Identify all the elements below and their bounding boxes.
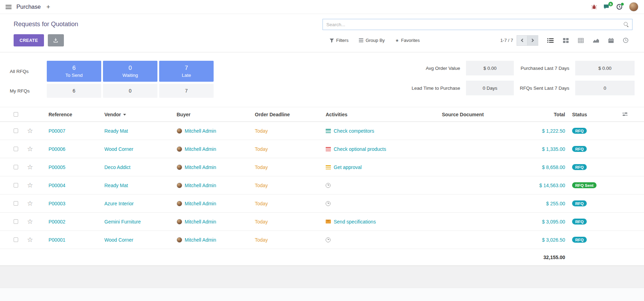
group-by-button[interactable]: Group By	[359, 38, 385, 43]
all-rfqs-label: All RFQs	[10, 69, 45, 74]
user-avatar[interactable]	[629, 2, 638, 12]
select-all-checkbox[interactable]	[14, 112, 18, 117]
favorite-star-icon[interactable]	[27, 199, 33, 207]
column-header-source-document[interactable]: Source Document	[441, 112, 495, 117]
table-row[interactable]: P00004 Ready Mat Mitchell Admin Today $ …	[0, 176, 644, 194]
optional-columns-button[interactable]	[617, 112, 644, 117]
my-rfqs-waiting[interactable]: 0	[103, 84, 157, 98]
row-checkbox[interactable]	[14, 183, 18, 188]
stat-value: 0	[575, 81, 635, 95]
reference-link[interactable]: P00003	[38, 201, 103, 206]
table-row[interactable]: P00007 Ready Mat Mitchell Admin Today Ch…	[0, 122, 644, 140]
pager-previous-button[interactable]	[517, 35, 527, 46]
column-header-total[interactable]: Total	[495, 112, 568, 117]
favorite-star-icon[interactable]	[27, 163, 33, 171]
buyer-link[interactable]: Mitchell Admin	[185, 237, 216, 243]
buyer-link[interactable]: Mitchell Admin	[185, 183, 216, 188]
favorite-star-icon[interactable]	[27, 181, 33, 189]
activity-cell[interactable]: Get approval	[325, 164, 441, 170]
vendor-link[interactable]: Ready Mat	[103, 128, 176, 134]
status-badge: RFQ	[572, 128, 587, 134]
pager-next-button[interactable]	[527, 35, 538, 46]
activity-view-button[interactable]	[623, 38, 628, 43]
vendor-link[interactable]: Azure Interior	[103, 201, 176, 206]
top-navbar: Purchase + 5	[0, 0, 644, 14]
reference-link[interactable]: P00007	[38, 128, 103, 134]
create-button[interactable]: CREATE	[14, 34, 44, 46]
favorite-star-icon[interactable]	[27, 145, 33, 153]
activity-cell[interactable]: Check competitors	[325, 128, 441, 134]
buyer-link[interactable]: Mitchell Admin	[185, 201, 216, 206]
calendar-view-button[interactable]	[608, 38, 614, 43]
favorite-star-icon[interactable]	[27, 127, 33, 135]
row-checkbox[interactable]	[14, 237, 18, 242]
reference-link[interactable]: P00001	[38, 237, 103, 243]
column-header-vendor[interactable]: Vendor	[103, 112, 176, 117]
kpi-card-late[interactable]: 7 Late	[159, 61, 214, 82]
vendor-link[interactable]: Ready Mat	[103, 183, 176, 188]
messages-icon[interactable]: 5	[604, 4, 610, 9]
kanban-view-button[interactable]	[563, 38, 569, 43]
vendor-link[interactable]: Wood Corner	[103, 237, 176, 243]
row-checkbox[interactable]	[14, 147, 18, 151]
favorite-star-icon[interactable]	[27, 236, 33, 244]
kpi-card-waiting[interactable]: 0 Waiting	[103, 61, 157, 82]
column-header-activities[interactable]: Activities	[325, 112, 441, 117]
row-checkbox[interactable]	[14, 201, 18, 206]
activity-cell[interactable]	[325, 237, 441, 242]
reference-link[interactable]: P00004	[38, 183, 103, 188]
activities-count-badge	[621, 2, 624, 6]
apps-menu-icon[interactable]	[6, 5, 12, 9]
graph-view-button[interactable]	[593, 38, 599, 43]
activity-label[interactable]: Check competitors	[334, 128, 374, 134]
table-row[interactable]: P00002 Gemini Furniture Mitchell Admin T…	[0, 213, 644, 231]
row-checkbox[interactable]	[14, 165, 18, 169]
vendor-link[interactable]: Wood Corner	[103, 146, 176, 152]
activity-cell[interactable]	[325, 201, 441, 206]
plus-icon[interactable]: +	[46, 3, 50, 10]
my-rfqs-to-send[interactable]: 6	[47, 84, 101, 98]
favorite-star-icon[interactable]	[27, 218, 33, 226]
table-row[interactable]: P00005 Deco Addict Mitchell Admin Today …	[0, 158, 644, 176]
buyer-link[interactable]: Mitchell Admin	[185, 128, 216, 134]
app-name[interactable]: Purchase	[16, 3, 41, 10]
row-checkbox[interactable]	[14, 219, 18, 224]
activity-label[interactable]: Send specifications	[334, 219, 376, 225]
column-header-order-deadline[interactable]: Order Deadline	[254, 112, 325, 117]
table-row[interactable]: P00006 Wood Corner Mitchell Admin Today …	[0, 140, 644, 158]
total-amount: $ 3,095.00	[495, 219, 568, 225]
activity-cell[interactable]	[325, 183, 441, 188]
column-header-reference[interactable]: Reference	[38, 112, 103, 117]
column-header-status[interactable]: Status	[568, 112, 617, 117]
vendor-link[interactable]: Deco Addict	[103, 164, 176, 170]
activity-label[interactable]: Get approval	[334, 164, 362, 170]
kpi-value: 7	[185, 65, 188, 72]
table-row[interactable]: P00003 Azure Interior Mitchell Admin Tod…	[0, 194, 644, 213]
activities-clock-icon[interactable]	[616, 4, 622, 10]
kpi-card-to-send[interactable]: 6 To Send	[47, 61, 101, 82]
column-header-buyer[interactable]: Buyer	[176, 112, 254, 117]
activity-cell[interactable]: Send specifications	[325, 219, 441, 225]
buyer-link[interactable]: Mitchell Admin	[185, 219, 216, 225]
reference-link[interactable]: P00005	[38, 164, 103, 170]
activity-cell[interactable]: Check optional products	[325, 146, 441, 152]
pivot-view-button[interactable]	[578, 38, 584, 43]
export-button[interactable]	[48, 34, 64, 46]
order-deadline: Today	[254, 164, 325, 170]
vendor-link[interactable]: Gemini Furniture	[103, 219, 176, 225]
status-badge: RFQ	[572, 200, 587, 206]
favorites-button[interactable]: ★ Favorites	[395, 38, 420, 43]
filters-button[interactable]: Filters	[330, 38, 348, 43]
reference-link[interactable]: P00002	[38, 219, 103, 225]
row-checkbox[interactable]	[14, 129, 18, 133]
search-input[interactable]	[323, 22, 623, 27]
my-rfqs-late[interactable]: 7	[159, 84, 214, 98]
activity-label[interactable]: Check optional products	[334, 146, 386, 152]
reference-link[interactable]: P00006	[38, 146, 103, 152]
buyer-link[interactable]: Mitchell Admin	[185, 164, 216, 170]
list-view-button[interactable]	[547, 38, 554, 43]
buyer-link[interactable]: Mitchell Admin	[185, 146, 216, 152]
table-row[interactable]: P00001 Wood Corner Mitchell Admin Today …	[0, 231, 644, 249]
debug-bug-icon[interactable]	[591, 4, 597, 10]
search-icon[interactable]	[623, 22, 629, 27]
